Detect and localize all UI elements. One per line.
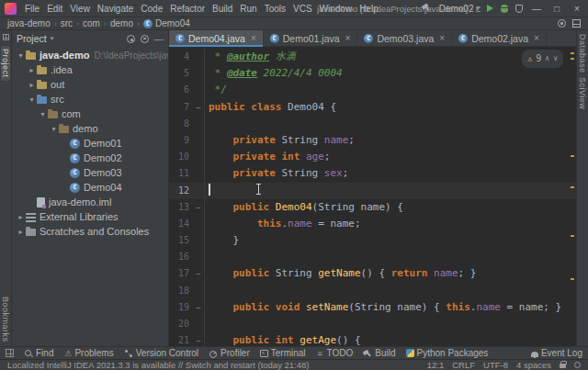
toolwindow-button-problems[interactable]: ⚠Problems bbox=[63, 348, 113, 358]
code-line[interactable]: 17− public String getName() { return nam… bbox=[169, 265, 576, 282]
readonly-lock-icon[interactable] bbox=[560, 364, 566, 368]
tree-item-demo02[interactable]: CDemo02 bbox=[12, 151, 168, 165]
run-icon[interactable] bbox=[487, 5, 493, 12]
code-line[interactable]: 5 * @date 2022/4/4 0004 bbox=[169, 65, 576, 82]
menu-navigate[interactable]: Navigate bbox=[94, 4, 137, 14]
fold-icon[interactable]: − bbox=[193, 299, 205, 316]
fold-icon[interactable]: − bbox=[193, 99, 205, 116]
close-icon[interactable]: × bbox=[251, 33, 256, 43]
tree-item-external-libraries[interactable]: ▸External Libraries bbox=[12, 209, 168, 224]
chevron-down-icon[interactable]: ▾ bbox=[16, 51, 26, 60]
chevron-right-icon[interactable]: ▸ bbox=[27, 81, 37, 89]
tree-item-java-demo-iml[interactable]: java-demo.iml bbox=[12, 195, 168, 209]
code-line[interactable]: 16 bbox=[169, 249, 576, 265]
tool-stripe-button-database[interactable]: Database bbox=[578, 34, 587, 73]
tree-item-demo01[interactable]: CDemo01 bbox=[12, 136, 168, 151]
chevron-down-icon[interactable]: ▾ bbox=[38, 110, 48, 118]
code-line[interactable]: 6 */ bbox=[169, 82, 576, 98]
tab-demo01-java[interactable]: CDemo01.java× bbox=[264, 30, 358, 46]
code-line[interactable]: 21− public int getAge() { bbox=[169, 332, 576, 346]
tab-demo03-java[interactable]: CDemo03.java× bbox=[357, 30, 452, 46]
code-editor[interactable]: 4 * @author 水滴5 * @date 2022/4/4 00046 *… bbox=[169, 47, 576, 346]
toolwindow-button-todo[interactable]: ≡TODO bbox=[316, 348, 354, 358]
fold-icon[interactable]: − bbox=[193, 199, 205, 216]
status-item-12-1[interactable]: 12:1 bbox=[427, 360, 445, 370]
toolwindow-button-python-packages[interactable]: Python Packages bbox=[406, 348, 489, 358]
fold-icon[interactable]: − bbox=[193, 265, 205, 282]
menu-refactor[interactable]: Refactor bbox=[166, 4, 209, 14]
coverage-icon[interactable] bbox=[515, 5, 523, 13]
locate-file-icon[interactable] bbox=[127, 35, 135, 43]
chevron-right-icon[interactable]: ▸ bbox=[27, 66, 37, 74]
toolwindow-button-event-log[interactable]: Event Log bbox=[531, 348, 582, 358]
chevron-right-icon[interactable]: ▸ bbox=[16, 213, 26, 221]
code-line[interactable]: 12 bbox=[169, 183, 576, 199]
tree-item-demo03[interactable]: CDemo03 bbox=[12, 165, 168, 180]
hide-panels-icon[interactable] bbox=[572, 19, 581, 28]
tool-stripe-button-project[interactable]: Project bbox=[1, 46, 10, 81]
code-line[interactable]: 9 private String name; bbox=[169, 132, 576, 149]
tool-stripe-button-bookmarks[interactable]: Bookmarks bbox=[1, 297, 10, 342]
code-line[interactable]: 8 bbox=[169, 116, 576, 132]
breadcrumb-item-java-demo[interactable]: java-demo bbox=[7, 18, 51, 28]
toolwindow-button-profiler[interactable]: Profiler bbox=[209, 348, 250, 358]
chevron-down-icon[interactable]: ▾ bbox=[49, 125, 59, 133]
prev-problem-icon[interactable]: ∧ bbox=[545, 50, 549, 67]
debug-icon[interactable] bbox=[501, 5, 508, 13]
fold-icon[interactable]: − bbox=[193, 332, 205, 346]
menu-edit[interactable]: Edit bbox=[43, 4, 66, 14]
menu-tools[interactable]: Tools bbox=[261, 4, 289, 14]
close-icon[interactable]: × bbox=[345, 33, 351, 43]
tree-item-com[interactable]: ▾com bbox=[12, 107, 168, 121]
tool-window-switcher-icon[interactable] bbox=[3, 34, 9, 40]
code-line[interactable]: 15 } bbox=[169, 232, 576, 249]
code-line[interactable]: 10 private int age; bbox=[169, 149, 576, 165]
code-line[interactable]: 13− public Demo04(String name) { bbox=[169, 199, 576, 216]
tree-item-src[interactable]: ▾src bbox=[12, 92, 168, 107]
next-problem-icon[interactable]: ∨ bbox=[553, 50, 558, 67]
hide-panel-icon[interactable]: — bbox=[154, 34, 164, 44]
build-icon[interactable] bbox=[421, 3, 432, 14]
code-line[interactable]: 14 this.name = name; bbox=[169, 216, 576, 232]
code-line[interactable]: 7−public class Demo04 { bbox=[169, 99, 576, 116]
toolwindow-button-build[interactable]: Build bbox=[363, 348, 395, 358]
code-line[interactable]: 18 bbox=[169, 283, 576, 299]
chevron-right-icon[interactable]: ▸ bbox=[16, 228, 26, 236]
maximize-button[interactable]: □ bbox=[550, 1, 563, 17]
status-message[interactable]: Localized IntelliJ IDEA 2021.3.3 is avai… bbox=[7, 360, 309, 370]
tree-item-demo04[interactable]: CDemo04 bbox=[12, 180, 168, 195]
toolwindow-button-terminal[interactable]: Terminal bbox=[260, 348, 306, 358]
status-item-utf-8[interactable]: UTF-8 bbox=[483, 360, 508, 370]
code-line[interactable]: 19− public void setName(String name) { t… bbox=[169, 299, 576, 316]
close-button[interactable]: × bbox=[571, 1, 583, 17]
menu-view[interactable]: View bbox=[66, 4, 94, 14]
breadcrumb-item-com[interactable]: com bbox=[83, 18, 100, 28]
settings-icon[interactable] bbox=[558, 19, 566, 28]
code-line[interactable]: 11 private String sex; bbox=[169, 165, 576, 182]
tree-item-demo[interactable]: ▾demo bbox=[12, 121, 168, 136]
breadcrumb-item-src[interactable]: src bbox=[61, 18, 73, 28]
breadcrumb-item-demo04[interactable]: CDemo04 bbox=[143, 18, 190, 28]
settings-icon[interactable] bbox=[141, 35, 149, 43]
menu-run[interactable]: Run bbox=[236, 4, 260, 14]
chevron-down-icon[interactable]: ▾ bbox=[51, 35, 54, 42]
tree-item-out[interactable]: ▸out bbox=[12, 77, 168, 92]
menu-file[interactable]: File bbox=[21, 4, 43, 14]
tree-item-idea[interactable]: ▸.idea bbox=[12, 62, 168, 77]
scrollbar-error-stripe[interactable] bbox=[570, 47, 576, 346]
breadcrumb-item-demo[interactable]: demo bbox=[110, 18, 133, 28]
inspections-widget[interactable]: ⚠ 9 ∧ ∨ bbox=[522, 50, 563, 68]
tree-item-scratches-and-consoles[interactable]: ▸Scratches and Consoles bbox=[12, 224, 168, 239]
code-line[interactable]: 4 * @author 水滴 bbox=[169, 49, 576, 65]
close-icon[interactable]: × bbox=[439, 33, 445, 43]
toolwindow-button-find[interactable]: Find bbox=[24, 348, 53, 358]
status-item-4-spaces[interactable]: 4 spaces bbox=[516, 360, 551, 370]
indicator-icon[interactable] bbox=[574, 362, 581, 368]
window-switcher-icon[interactable] bbox=[6, 349, 14, 357]
minimize-button[interactable]: — bbox=[530, 1, 543, 17]
tab-demo02-java[interactable]: CDemo02.java× bbox=[452, 30, 547, 46]
menu-build[interactable]: Build bbox=[209, 4, 236, 14]
tree-item-java-demo[interactable]: ▾java-demoD:\IdeaProjects\java-demo bbox=[12, 48, 168, 62]
menu-code[interactable]: Code bbox=[137, 4, 166, 14]
menu-vcs[interactable]: VCS bbox=[289, 4, 316, 14]
